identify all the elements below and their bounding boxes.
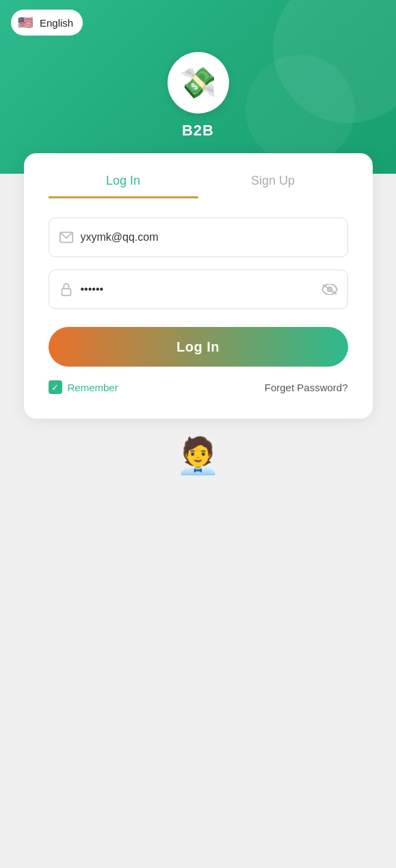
header: 🇺🇸 English 💸 B2B — [0, 0, 396, 174]
tab-login[interactable]: Log In — [49, 174, 198, 198]
toggle-password-icon[interactable] — [321, 284, 338, 295]
password-input-group — [49, 269, 348, 309]
app-logo: 💸 — [168, 52, 229, 114]
tab-signup[interactable]: Sign Up — [198, 174, 348, 198]
bottom-row: ✓ Remember Forget Password? — [49, 380, 348, 394]
auth-tabs: Log In Sign Up — [49, 174, 348, 198]
language-switcher[interactable]: 🇺🇸 English — [11, 10, 83, 36]
checkmark-icon: ✓ — [51, 383, 59, 392]
forget-password-link[interactable]: Forget Password? — [265, 382, 348, 393]
flag-icon: 🇺🇸 — [16, 14, 34, 31]
language-label: English — [40, 17, 73, 29]
mail-icon — [59, 230, 74, 245]
login-card: Log In Sign Up — [24, 153, 373, 419]
lock-icon — [59, 282, 74, 297]
support-avatar[interactable]: 🧑‍💼 — [176, 435, 220, 477]
login-button[interactable]: Log In — [49, 327, 348, 367]
support-icon: 🧑‍💼 — [176, 435, 220, 477]
email-input-group — [49, 218, 348, 257]
email-field[interactable] — [81, 231, 338, 244]
app-name: B2B — [182, 122, 214, 140]
remember-group[interactable]: ✓ Remember — [49, 380, 118, 394]
logo-area: 💸 B2B — [168, 52, 229, 140]
svg-rect-1 — [62, 289, 70, 295]
password-field[interactable] — [81, 283, 321, 295]
remember-label: Remember — [68, 382, 118, 393]
logo-emoji: 💸 — [179, 65, 217, 101]
remember-checkbox[interactable]: ✓ — [49, 380, 62, 394]
